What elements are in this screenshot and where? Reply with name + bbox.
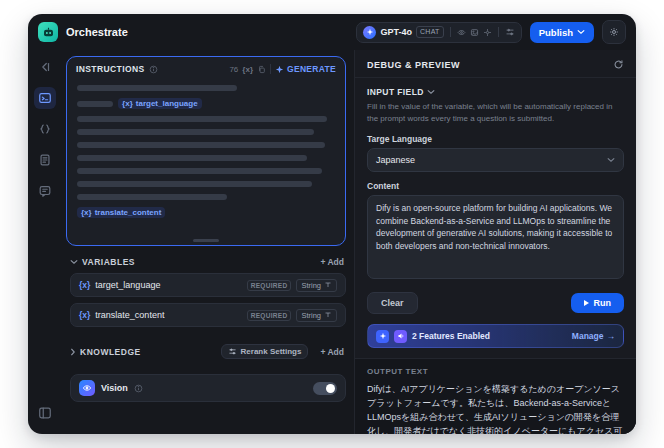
- clear-button[interactable]: Clear: [367, 292, 418, 314]
- type-tag[interactable]: String: [296, 279, 337, 292]
- skeleton-line: [77, 142, 325, 148]
- variable-name: target_language: [95, 280, 160, 290]
- target-language-label: Targe Language: [367, 134, 624, 144]
- type-tag[interactable]: String: [296, 309, 337, 322]
- capability-tools-icon: [483, 28, 492, 37]
- expand-view-icon[interactable]: [34, 402, 56, 424]
- divider: [450, 27, 451, 37]
- required-badge: REQUIRED: [247, 310, 292, 321]
- sidebar-item-orchestrate[interactable]: [34, 87, 56, 109]
- top-bar: Orchestrate GPT-4o CHAT Publish: [28, 14, 636, 50]
- insert-variable-icon[interactable]: {x}: [242, 65, 253, 74]
- variables-title: VARIABLES: [82, 257, 135, 267]
- variable-icon: {x}: [81, 208, 92, 217]
- knowledge-section-header[interactable]: KNOWLEDGE Rerank Settings + Add: [70, 344, 344, 359]
- output-section: OUTPUT TEXT Difyは、AIアプリケーションを構築するためのオープン…: [355, 358, 636, 434]
- restart-button[interactable]: [613, 59, 624, 70]
- chevron-down-icon: [607, 157, 615, 163]
- input-field-description: Fill in the value of the variable, which…: [367, 101, 624, 125]
- variable-icon: {x}: [79, 280, 90, 290]
- target-language-select[interactable]: Japanese: [367, 148, 624, 172]
- divider: [498, 27, 499, 37]
- app-window: Orchestrate GPT-4o CHAT Publish: [28, 14, 636, 434]
- variable-chip-target-language[interactable]: {x}target_language: [118, 98, 201, 109]
- add-variable-button[interactable]: + Add: [320, 257, 344, 267]
- input-field-block: INPUT FIELD Fill in the value of the var…: [355, 78, 636, 125]
- capability-eye-icon: [457, 28, 466, 37]
- skeleton-line: [77, 85, 237, 91]
- skeleton-line: [77, 101, 113, 107]
- feature-speaker-icon: [394, 330, 407, 343]
- skeleton-line: [77, 155, 307, 161]
- capability-image-icon: [470, 28, 479, 37]
- play-icon: [584, 300, 589, 306]
- run-row: Clear Run: [355, 283, 636, 314]
- publish-label: Publish: [539, 27, 573, 38]
- input-field-title: INPUT FIELD: [367, 87, 424, 97]
- selected-value: Japanese: [376, 155, 415, 165]
- variable-row[interactable]: {x} translate_content REQUIRED String: [70, 303, 346, 327]
- skeleton-line: [77, 181, 312, 187]
- output-title: OUTPUT TEXT: [367, 367, 624, 376]
- sidebar-item-logs[interactable]: [34, 149, 56, 171]
- variable-row[interactable]: {x} target_language REQUIRED String: [70, 273, 346, 297]
- skeleton-line: [77, 116, 327, 122]
- debug-title: DEBUG & PREVIEW: [367, 60, 460, 70]
- collapse-panel-icon[interactable]: [34, 56, 56, 78]
- type-label: String: [301, 281, 321, 290]
- info-icon: [134, 384, 143, 393]
- model-mode-badge: CHAT: [416, 26, 444, 38]
- arrow-right-icon: →: [607, 331, 616, 341]
- gear-icon: [609, 26, 619, 38]
- sidebar-item-annotation[interactable]: [34, 180, 56, 202]
- add-knowledge-button[interactable]: + Add: [320, 347, 344, 357]
- text-type-icon: [324, 281, 332, 289]
- content-field: Content Dify is an open-source platform …: [355, 172, 636, 283]
- left-icon-rail: [28, 50, 62, 434]
- rerank-settings-button[interactable]: Rerank Settings: [221, 344, 309, 359]
- content-textarea[interactable]: Dify is an open-source platform for buil…: [367, 195, 624, 279]
- input-field-header[interactable]: INPUT FIELD: [367, 87, 624, 97]
- chevron-down-icon: [70, 259, 78, 265]
- vision-eye-icon: [79, 380, 95, 396]
- page-title: Orchestrate: [66, 26, 128, 38]
- feature-sparkle-icon: [376, 330, 389, 343]
- variable-name: translate_content: [95, 310, 164, 320]
- skeleton-line: [77, 194, 227, 200]
- scrollbar-hint[interactable]: [193, 239, 219, 242]
- generate-label: GENERATE: [287, 64, 336, 74]
- manage-features-link[interactable]: Manage →: [572, 331, 615, 341]
- prompt-editor[interactable]: {x}target_language {x}translate_content: [67, 77, 345, 245]
- copy-icon[interactable]: [257, 65, 266, 74]
- refresh-icon: [613, 59, 624, 70]
- output-text: Difyは、AIアプリケーションを構築するためのオープンソースプラットフォームで…: [367, 382, 624, 434]
- divider: [270, 64, 271, 74]
- run-button[interactable]: Run: [571, 293, 625, 313]
- required-badge: REQUIRED: [247, 280, 292, 291]
- instructions-header: INSTRUCTIONS 76 {x} GENERATE: [67, 57, 345, 77]
- chevron-down-icon: [577, 29, 585, 35]
- type-label: String: [301, 311, 321, 320]
- target-language-field: Targe Language Japanese: [355, 125, 636, 172]
- content-label: Content: [367, 181, 624, 191]
- chevron-right-icon: [70, 348, 76, 356]
- manage-label: Manage: [572, 331, 604, 341]
- char-count: 76: [229, 65, 238, 74]
- skeleton-line: [77, 168, 322, 174]
- publish-button[interactable]: Publish: [530, 22, 594, 43]
- text-type-icon: [324, 311, 332, 319]
- variable-icon: {x}: [122, 99, 133, 108]
- generate-button[interactable]: GENERATE: [275, 64, 336, 74]
- model-params-sliders-icon[interactable]: [505, 27, 515, 37]
- vision-label: Vision: [101, 383, 128, 393]
- instructions-panel[interactable]: INSTRUCTIONS 76 {x} GENERATE: [66, 56, 346, 246]
- orchestrate-column: INSTRUCTIONS 76 {x} GENERATE: [62, 50, 354, 434]
- model-selector[interactable]: GPT-4o CHAT: [356, 22, 521, 43]
- sliders-icon: [228, 347, 237, 356]
- settings-button[interactable]: [602, 20, 626, 44]
- sidebar-item-api[interactable]: [34, 118, 56, 140]
- vision-toggle[interactable]: [313, 382, 337, 395]
- variables-section-header[interactable]: VARIABLES + Add: [70, 257, 344, 267]
- variable-chip-translate-content[interactable]: {x}translate_content: [77, 207, 165, 218]
- features-enabled-text: 2 Features Enabled: [412, 331, 490, 341]
